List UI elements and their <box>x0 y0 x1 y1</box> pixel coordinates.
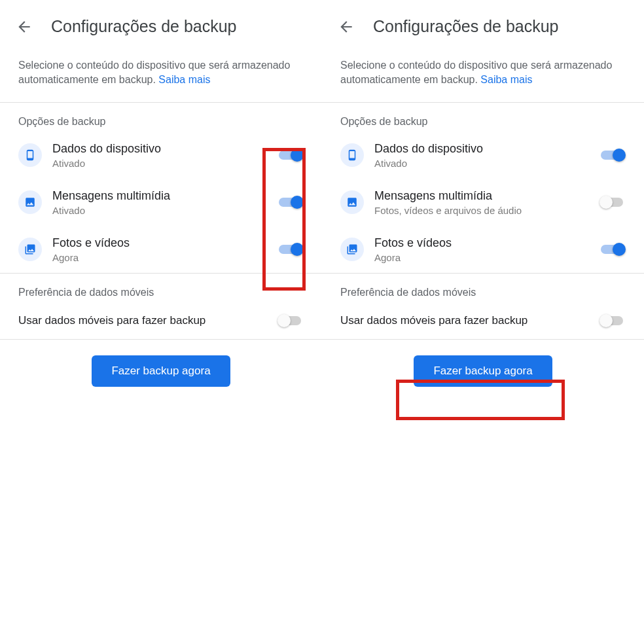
option-sub: Agora <box>374 252 599 263</box>
mobile-pref-label: Preferência de dados móveis <box>322 274 644 302</box>
mobile-data-label: Usar dados móveis para fazer backup <box>18 314 277 327</box>
button-wrap: Fazer backup agora <box>322 340 644 387</box>
toggle-photos-videos[interactable] <box>599 241 626 257</box>
option-text: Fotos e vídeos Agora <box>374 236 599 263</box>
screen-left: Configurações de backup Selecione o cont… <box>0 0 322 644</box>
back-arrow-icon[interactable] <box>338 18 355 35</box>
option-text: Fotos e vídeos Agora <box>52 236 277 263</box>
option-text: Dados do dispositivo Ativado <box>374 141 599 169</box>
header: Configurações de backup <box>322 0 644 49</box>
option-title: Mensagens multimídia <box>52 188 277 204</box>
option-multimedia[interactable]: Mensagens multimídia Fotos, vídeos e arq… <box>322 179 644 226</box>
option-device-data[interactable]: Dados do dispositivo Ativado <box>322 132 644 179</box>
screen-right: Configurações de backup Selecione o cont… <box>322 0 644 644</box>
option-sub: Fotos, vídeos e arquivos de áudio <box>374 205 599 216</box>
backup-options-label: Opções de backup <box>322 103 644 132</box>
option-photos-videos[interactable]: Fotos e vídeos Agora <box>322 226 644 273</box>
intro-text: Selecione o conteúdo do dispositivo que … <box>0 49 322 102</box>
phone-icon <box>340 143 364 167</box>
toggle-device-data[interactable] <box>277 147 304 163</box>
intro-body: Selecione o conteúdo do dispositivo que … <box>18 60 290 85</box>
option-mobile-data[interactable]: Usar dados móveis para fazer backup <box>322 302 644 339</box>
backup-now-button[interactable]: Fazer backup agora <box>414 355 552 387</box>
option-text: Dados do dispositivo Ativado <box>52 141 277 169</box>
option-sub: Ativado <box>52 158 277 169</box>
option-photos-videos[interactable]: Fotos e vídeos Agora <box>0 226 322 273</box>
intro-text: Selecione o conteúdo do dispositivo que … <box>322 49 644 102</box>
option-title: Dados do dispositivo <box>374 141 599 156</box>
image-icon <box>340 190 364 214</box>
back-arrow-icon[interactable] <box>16 18 33 35</box>
mobile-data-label: Usar dados móveis para fazer backup <box>340 314 599 327</box>
option-title: Dados do dispositivo <box>52 141 277 156</box>
option-text: Mensagens multimídia Fotos, vídeos e arq… <box>374 188 599 216</box>
option-device-data[interactable]: Dados do dispositivo Ativado <box>0 132 322 179</box>
toggle-multimedia[interactable] <box>599 194 626 210</box>
option-multimedia[interactable]: Mensagens multimídia Ativado <box>0 179 322 226</box>
header: Configurações de backup <box>0 0 322 49</box>
gallery-icon <box>340 238 364 261</box>
intro-body: Selecione o conteúdo do dispositivo que … <box>340 60 612 85</box>
image-icon <box>18 190 42 214</box>
toggle-photos-videos[interactable] <box>277 241 304 257</box>
backup-now-button[interactable]: Fazer backup agora <box>92 355 230 387</box>
mobile-pref-label: Preferência de dados móveis <box>0 274 322 302</box>
option-title: Fotos e vídeos <box>52 236 277 251</box>
option-sub: Ativado <box>52 205 277 216</box>
learn-more-link[interactable]: Saiba mais <box>158 74 210 85</box>
option-text: Mensagens multimídia Ativado <box>52 188 277 216</box>
button-wrap: Fazer backup agora <box>0 340 322 387</box>
option-sub: Ativado <box>374 158 599 169</box>
toggle-multimedia[interactable] <box>277 194 304 210</box>
backup-options-label: Opções de backup <box>0 103 322 132</box>
toggle-mobile-data[interactable] <box>277 313 304 329</box>
option-title: Fotos e vídeos <box>374 236 599 251</box>
page-title: Configurações de backup <box>373 17 559 36</box>
toggle-device-data[interactable] <box>599 147 626 163</box>
learn-more-link[interactable]: Saiba mais <box>480 74 532 85</box>
page-title: Configurações de backup <box>51 17 237 36</box>
phone-icon <box>18 143 42 167</box>
option-mobile-data[interactable]: Usar dados móveis para fazer backup <box>0 302 322 339</box>
toggle-mobile-data[interactable] <box>599 313 626 329</box>
gallery-icon <box>18 238 42 261</box>
option-sub: Agora <box>52 252 277 263</box>
option-title: Mensagens multimídia <box>374 188 599 204</box>
